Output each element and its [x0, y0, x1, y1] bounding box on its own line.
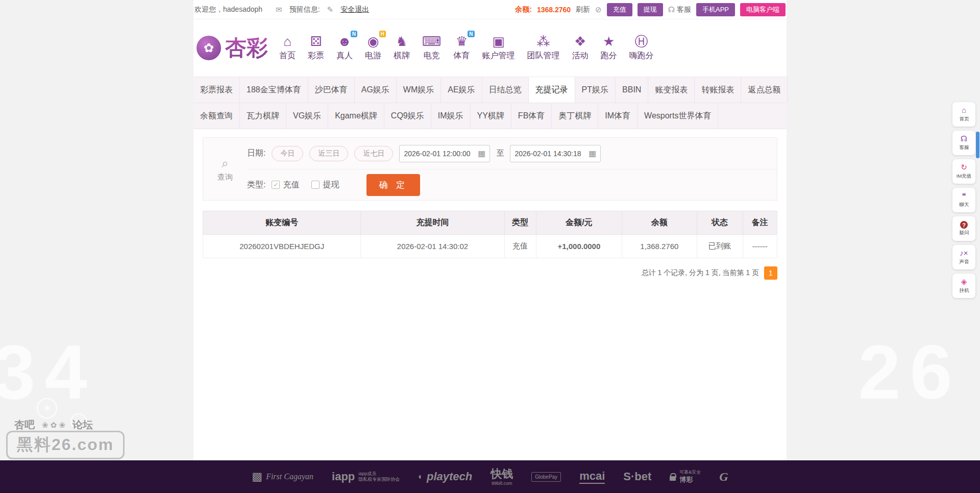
tab-row-1: 彩票报表 188金宝博体育 沙巴体育 AG娱乐 WM娱乐 AE娱乐 日结总览 充… — [193, 77, 787, 103]
footer-logo-text: First Cagayan — [266, 472, 313, 481]
sidebar-item-home[interactable]: ⌂ 首页 — [952, 102, 975, 127]
withdraw-button[interactable]: 提现 — [638, 3, 663, 16]
nav-item-live[interactable]: N ☻ 真人 — [336, 35, 353, 61]
tab-account-change-report[interactable]: 账变报表 — [648, 77, 695, 103]
confirm-button[interactable]: 确 定 — [366, 174, 420, 196]
report-tabs: 彩票报表 188金宝博体育 沙巴体育 AG娱乐 WM娱乐 AE娱乐 日结总览 充… — [193, 77, 787, 129]
mobile-app-button[interactable]: 手机APP — [696, 3, 735, 16]
watermark-forum-title: 杏吧 ❀ ✿ ❀ 论坛 — [14, 418, 93, 432]
nav-label: 团队管理 — [527, 51, 560, 61]
nav-item-chess[interactable]: ♞ 棋牌 — [394, 35, 410, 61]
sidebar-label: 声音 — [959, 258, 969, 265]
sidebar-item-autoplay[interactable]: ◈ 挂机 — [952, 274, 975, 298]
balance-label: 余额: — [515, 5, 532, 14]
tab-vg[interactable]: VG娱乐 — [286, 103, 328, 129]
nav-item-egames[interactable]: H ◉ 电游 — [365, 35, 381, 61]
team-icon: ⁂ — [537, 35, 550, 48]
slot-icon: ◉ — [368, 35, 379, 48]
tab-lottery-report[interactable]: 彩票报表 — [193, 77, 240, 103]
deposit-checkbox-option[interactable]: ✓ 充值 — [272, 180, 299, 190]
tab-pt[interactable]: PT娱乐 — [575, 77, 616, 103]
tab-im-games[interactable]: IM娱乐 — [431, 103, 471, 129]
cell-status: 已到账 — [697, 235, 743, 258]
tab-balance-query[interactable]: 余额查询 — [193, 103, 240, 129]
decor-ball-icon: ❄ — [37, 398, 57, 418]
nav-label: 电竞 — [424, 51, 440, 61]
tab-wali-chess[interactable]: 瓦力棋牌 — [240, 103, 286, 129]
tab-wm[interactable]: WM娱乐 — [397, 77, 441, 103]
tab-saba-sports[interactable]: 沙巴体育 — [308, 77, 355, 103]
refresh-link[interactable]: 刷新 — [576, 5, 590, 14]
tab-wesports[interactable]: Wesports世界体育 — [638, 103, 718, 129]
logout-link[interactable]: 安全退出 — [340, 5, 369, 14]
tab-ae[interactable]: AE娱乐 — [441, 77, 482, 103]
tab-im-sports[interactable]: IM体育 — [598, 103, 638, 129]
nav-item-esports[interactable]: ⌨ 电竞 — [422, 35, 442, 61]
tab-aoding-chess[interactable]: 奥丁棋牌 — [552, 103, 598, 129]
calendar-icon[interactable]: ▦ — [589, 149, 596, 158]
quick-7days-button[interactable]: 近七日 — [354, 146, 393, 161]
tab-ag[interactable]: AG娱乐 — [355, 77, 397, 103]
nav-item-team[interactable]: ⁂ 团队管理 — [527, 35, 560, 61]
sidebar-item-sound[interactable]: ♪× 声音 — [952, 245, 975, 269]
sidebar-item-im-recharge[interactable]: ↻ IM充值 — [952, 159, 975, 184]
tab-kgame[interactable]: Kgame棋牌 — [328, 103, 384, 129]
customer-service-link[interactable]: ☊ 客服 — [668, 5, 691, 14]
scrollbar-thumb[interactable] — [976, 132, 979, 158]
calendar-icon[interactable]: ▦ — [478, 149, 485, 158]
keyboard-icon: ⌨ — [422, 35, 442, 48]
date-from-input[interactable]: 2026-02-01 12:00:00 ▦ — [399, 145, 490, 162]
checkbox-unchecked-icon[interactable] — [311, 181, 320, 189]
sidebar-item-service[interactable]: ☊ 客服 — [952, 131, 975, 155]
col-header-balance: 余额 — [622, 211, 697, 235]
watermark-site-box: 黑料26.com — [6, 431, 125, 459]
background-number-right: 26 — [858, 328, 962, 416]
deposit-button[interactable]: 充值 — [607, 3, 632, 16]
main-column: 欢迎您，hadesadoph ✉ 预留信息: ✎ 安全退出 余额: 1368.2… — [193, 0, 787, 460]
table-header-row: 账变编号 充提时间 类型 金额/元 余额 状态 备注 — [203, 211, 777, 235]
sidebar-label: 疑问 — [959, 229, 969, 236]
quick-today-button[interactable]: 今日 — [272, 146, 303, 161]
footer-logo-text: mcai — [579, 470, 605, 484]
page-1-button[interactable]: 1 — [764, 266, 777, 280]
edit-icon[interactable]: ✎ — [327, 5, 334, 14]
nav-label: 嗨跑分 — [629, 51, 654, 61]
nav-item-hi-paofen[interactable]: Ⓗ 嗨跑分 — [629, 35, 654, 61]
tab-rebate-total[interactable]: 返点总额 — [741, 77, 788, 103]
reserved-info-label: 预留信息: — [289, 5, 320, 14]
date-to-input[interactable]: 2026-02-01 14:30:18 ▦ — [510, 145, 601, 162]
account-icon: ▣ — [492, 35, 505, 48]
footer-logo-subtext: 99bill.com — [492, 481, 512, 486]
tab-cq9[interactable]: CQ9娱乐 — [384, 103, 431, 129]
tab-188-sports[interactable]: 188金宝博体育 — [240, 77, 308, 103]
tab-transfer-report[interactable]: 转账报表 — [695, 77, 741, 103]
tab-bbin[interactable]: BBIN — [616, 77, 648, 103]
mail-icon[interactable]: ✉ — [276, 5, 282, 14]
quick-3days-button[interactable]: 近三日 — [309, 146, 348, 161]
new-badge: N — [351, 31, 357, 37]
nav-item-paofen[interactable]: ★ 跑分 — [601, 35, 617, 61]
checkbox-checked-icon[interactable]: ✓ — [272, 181, 280, 189]
footer-logo-iapp: iapp iapp成员 隐私权专家国际协会 — [332, 470, 400, 483]
site-header: ✿ 杏彩 ⌂ 首页 ⚄ 彩票 N ☻ 真人 H ◉ 电游 ♞ — [193, 19, 787, 77]
nav-item-home[interactable]: ⌂ 首页 — [279, 35, 296, 61]
nav-item-promotions[interactable]: ❖ 活动 — [572, 35, 589, 61]
footer-logo-first-cagayan: ▩ First Cagayan — [252, 470, 313, 483]
withdraw-checkbox-option[interactable]: 提现 — [311, 180, 339, 190]
brand-logo[interactable]: ✿ 杏彩 — [197, 34, 268, 62]
nav-item-lottery[interactable]: ⚄ 彩票 — [308, 35, 324, 61]
sidebar-item-question[interactable]: ? 疑问 — [952, 216, 975, 241]
nav-label: 账户管理 — [482, 51, 515, 61]
pc-client-button[interactable]: 电脑客户端 — [740, 3, 786, 16]
nav-label: 棋牌 — [394, 51, 410, 61]
nav-item-sports[interactable]: N ♛ 体育 — [454, 35, 470, 61]
nav-item-account[interactable]: ▣ 账户管理 — [482, 35, 515, 61]
tab-row-2: 余额查询 瓦力棋牌 VG娱乐 Kgame棋牌 CQ9娱乐 IM娱乐 YY棋牌 F… — [193, 103, 787, 129]
tab-daily-summary[interactable]: 日结总览 — [482, 77, 529, 103]
footer-logo-playtech: ◐ playtech — [418, 470, 472, 483]
tab-deposit-withdraw-records[interactable]: 充提记录 — [529, 77, 575, 103]
tab-fb-sports[interactable]: FB体育 — [511, 103, 552, 129]
eye-off-icon[interactable]: ⊘ — [595, 5, 602, 14]
sidebar-item-chat[interactable]: ❝ 聊天 — [952, 188, 975, 212]
tab-yy-chess[interactable]: YY棋牌 — [471, 103, 511, 129]
